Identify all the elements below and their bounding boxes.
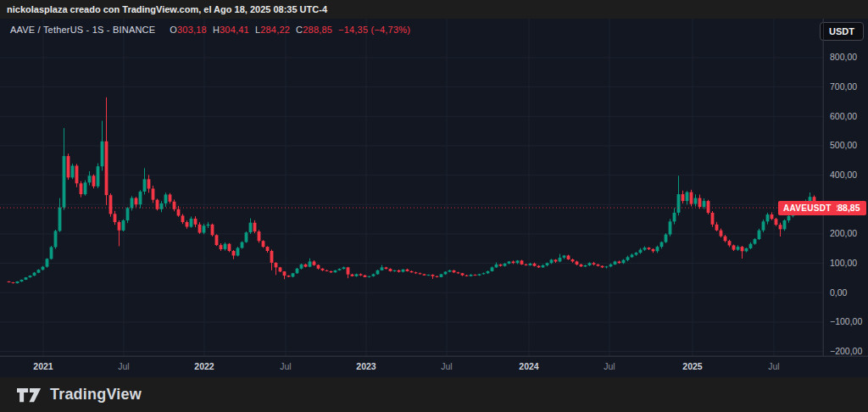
candle-body	[669, 221, 672, 234]
candle-body	[105, 142, 108, 195]
candle-body	[737, 247, 740, 250]
candle-body	[652, 249, 655, 251]
candle-body	[122, 220, 125, 231]
candle-body	[266, 247, 270, 251]
candle-body	[728, 241, 732, 245]
candle-body	[715, 225, 719, 231]
candle-body	[516, 260, 520, 263]
price-axis[interactable]: 800,00700,00600,00500,00400,00300,00200,…	[823, 19, 868, 356]
time-axis-year-label: 2025	[682, 361, 702, 371]
symbol-price-flag: AAVEUSDT	[778, 201, 837, 215]
symbol-title[interactable]: AAVE / TetherUS - 1S - BINANCE	[10, 25, 155, 35]
ohlc-value: 284,22	[260, 25, 290, 35]
candle-body	[787, 216, 791, 220]
candle-body	[262, 241, 265, 247]
candle-body	[457, 272, 460, 273]
candle-body	[529, 264, 532, 265]
candle-body	[203, 225, 206, 232]
candle-body	[533, 264, 537, 266]
candle-body	[542, 265, 545, 267]
candle-body	[584, 265, 587, 266]
candle-body	[58, 208, 62, 231]
candle-body	[470, 275, 473, 276]
candle-body	[508, 262, 511, 264]
candle-body	[190, 219, 193, 227]
candle-body	[660, 242, 664, 248]
candle-body	[423, 274, 426, 275]
ohlc-values: O303,18H304,41L284,22C288,85	[164, 25, 332, 35]
candle-body	[525, 264, 528, 265]
footer-bar: TradingView	[0, 377, 868, 412]
candle-body	[160, 203, 164, 209]
candle-body	[338, 269, 342, 270]
candle-body	[711, 213, 715, 225]
candle-body	[245, 232, 248, 242]
candle-body	[181, 215, 185, 222]
candle-body	[732, 245, 736, 249]
candle-body	[576, 262, 579, 265]
candlestick-plot[interactable]	[0, 19, 868, 377]
price-axis-label: 100,00	[830, 258, 857, 268]
candle-body	[198, 225, 202, 233]
tradingview-logo-text: TradingView	[50, 386, 142, 404]
time-axis-month-label: Jul	[604, 361, 615, 371]
candle-body	[690, 192, 693, 204]
ohlc-letter: O	[170, 25, 177, 35]
candle-body	[304, 264, 308, 267]
candle-body	[164, 195, 168, 203]
candle-body	[97, 166, 100, 187]
candle-body	[758, 231, 761, 239]
candle-body	[194, 219, 198, 225]
time-axis-year-label: 2023	[356, 361, 376, 371]
candle-body	[512, 262, 515, 264]
candle-body	[372, 274, 376, 276]
candle-body	[520, 260, 524, 264]
candle-body	[20, 280, 24, 281]
candle-body	[453, 270, 456, 272]
candle-body	[398, 270, 401, 272]
candle-body	[639, 250, 643, 253]
candle-body	[29, 276, 32, 277]
candle-body	[347, 267, 350, 274]
candle-body	[224, 244, 227, 249]
candle-body	[12, 282, 15, 283]
candle-body	[253, 223, 257, 231]
candle-body	[114, 214, 117, 222]
candle-body	[775, 219, 778, 225]
candle-body	[593, 263, 596, 264]
candle-body	[118, 222, 121, 231]
candle-body	[279, 267, 282, 271]
tradingview-chart-screenshot: nickolasplaza creado con TradingView.com…	[0, 0, 868, 412]
price-axis-label: 0,00	[830, 287, 847, 298]
time-axis[interactable]: 2021Jul2022Jul2023Jul2024Jul2025Jul	[0, 356, 868, 377]
candle-body	[342, 267, 346, 269]
candle-body	[228, 244, 231, 251]
candle-body	[415, 272, 418, 273]
candle-body	[703, 201, 706, 207]
candle-body	[300, 264, 303, 269]
candle-body	[444, 272, 448, 275]
candle-body	[139, 192, 142, 204]
candle-body	[559, 258, 562, 262]
candle-body	[694, 198, 698, 204]
candle-body	[287, 276, 291, 276]
time-axis-year-label: 2021	[33, 361, 53, 371]
symbol-legend: AAVE / TetherUS - 1S - BINANCEO303,18H30…	[10, 25, 410, 35]
chart-area[interactable]: AAVE / TetherUS - 1S - BINANCEO303,18H30…	[0, 19, 868, 377]
candle-body	[474, 275, 477, 276]
candle-body	[749, 244, 753, 248]
candle-body	[364, 276, 367, 277]
candle-body	[427, 275, 431, 276]
candle-body	[88, 175, 92, 182]
tradingview-logo[interactable]: TradingView	[17, 377, 142, 412]
time-axis-month-label: Jul	[441, 361, 452, 371]
candle-body	[741, 247, 744, 251]
candle-body	[8, 281, 11, 282]
candle-body	[580, 264, 583, 266]
candle-body	[67, 156, 70, 177]
candle-body	[126, 208, 130, 220]
candle-body	[673, 213, 676, 221]
candle-body	[236, 248, 240, 256]
candle-body	[169, 195, 172, 202]
candle-body	[754, 239, 757, 244]
